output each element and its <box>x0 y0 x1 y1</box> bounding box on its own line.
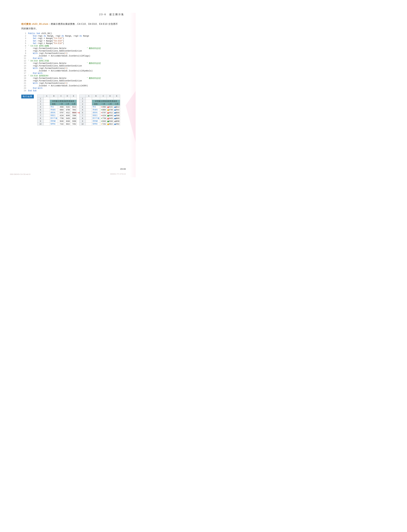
result-sheets: ABCDE12深智數位業務員銷售業績表3姓名一月二月三月4李安456051526… <box>37 95 120 126</box>
result-badge: 執行結果 <box>21 95 34 98</box>
sheet-before: ABCDE12深智數位業務員銷售業績表3姓名一月二月三月4李安456051526… <box>37 95 77 126</box>
sheet-after: ABCDE12深智數位業務員銷售業績表3姓名一月二月三月4李安⚑4560✖515… <box>79 95 120 126</box>
indd-timestamp: 2024/3/11 下午 07:01:10 <box>110 173 126 175</box>
indd-filename: D092-DM2425-C19-C30.indd 33 <box>10 174 31 175</box>
section-header: 23-6 建立圖示集 <box>21 13 126 16</box>
intro-text-b: 同的圖示顯示。 <box>21 27 38 30</box>
code-listing: 1Public Sub ch23_30() 2 Dim rng1 As Rang… <box>22 32 126 92</box>
program-label: 程式實例 ch23_30.xlsm： <box>21 23 51 25</box>
page-content: 23-6 建立圖示集 程式實例 ch23_30.xlsm：將圖示應用在業績實務，… <box>0 0 136 134</box>
intro-text-a: 將圖示應用在業績實務，C4:C10、D4:D10、E4:E10 分別用不 <box>51 23 118 25</box>
page-number: 23-33 <box>120 168 126 170</box>
intro-paragraph: 程式實例 ch23_30.xlsm：將圖示應用在業績實務，C4:C10、D4:D… <box>21 22 126 31</box>
